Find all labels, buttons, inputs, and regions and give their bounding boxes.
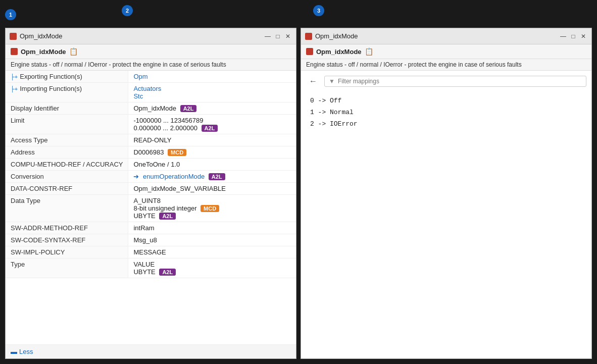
table-row: Type VALUE UBYTE A2L [6,258,296,278]
left-description: Engine status - off / normal / IOerror -… [6,59,296,71]
right-panel-titlebar: Opm_idxMode — □ ✕ [301,28,591,44]
prop-key: SW-IMPL-POLICY [6,246,128,258]
a2l-badge-type: A2L [159,269,176,276]
back-button[interactable]: ← [306,76,320,87]
left-header-title: Opm_idxMode [21,48,66,56]
table-row: Display Identifier Opm_idxMode A2L [6,102,296,115]
prop-value: Opm_idxMode_SW_VARIABLE [128,183,296,195]
mapping-item-1: 1 -> Normal [306,107,586,118]
left-panel-title: Opm_idxMode [20,32,262,40]
table-row: SW-ADDR-METHOD-REF intRam [6,222,296,234]
table-row: Conversion ➔ enumOperationMode A2L [6,171,296,183]
import-expand-icon: ├+ [11,86,18,92]
prop-value: MESSAGE [128,246,296,258]
table-row: COMPU-METHOD-REF / ACCURACY OneToOne / 1… [6,159,296,171]
properties-table: ├+ Exporting Function(s) Opm ├+ [6,71,296,278]
table-row: ├+ Exporting Function(s) Opm [6,71,296,83]
prop-key: Limit [6,115,128,134]
right-panel-icon [305,33,312,40]
less-label: Less [19,348,33,355]
right-description: Engine status - off / normal / IOerror -… [301,59,591,71]
right-close-button[interactable]: ✕ [579,32,587,40]
prop-key: SW-ADDR-METHOD-REF [6,222,128,234]
prop-key: COMPU-METHOD-REF / ACCURACY [6,159,128,171]
prop-value: READ-ONLY [128,134,296,146]
actuators-link[interactable]: Actuators [133,85,161,92]
enum-operation-link[interactable]: enumOperationMode [143,173,205,180]
step-badge-2: 2 [122,5,133,16]
prop-key: SW-CODE-SYNTAX-REF [6,234,128,246]
a2l-badge-conversion: A2L [209,173,225,180]
right-header-icon [306,48,313,55]
opm-link[interactable]: Opm [133,73,147,80]
prop-value: -1000000 ... 123456789 0.000000 ... 2.00… [128,115,296,134]
prop-value: Msg_u8 [128,234,296,246]
a2l-badge-datatype: A2L [159,213,176,220]
right-panel-content: ← ▼ 0 -> Off 1 -> Normal 2 -> IOError [301,71,591,358]
left-minimize-button[interactable]: — [264,32,272,40]
prop-key: Data Type [6,195,128,222]
table-row: SW-CODE-SYNTAX-REF Msg_u8 [6,234,296,246]
right-copy-icon[interactable]: 📋 [365,47,373,56]
table-row: DATA-CONSTR-REF Opm_idxMode_SW_VARIABLE [6,183,296,195]
prop-value: Opm [128,71,296,83]
table-row: Address D0006983 MCD [6,146,296,159]
right-panel: Opm_idxMode — □ ✕ Opm_idxMode 📋 Engine s… [301,28,592,359]
prop-value: ➔ enumOperationMode A2L [128,171,296,183]
prop-key: ├+ Exporting Function(s) [6,71,128,83]
stc-link[interactable]: Stc [133,92,143,100]
table-row: Limit -1000000 ... 123456789 0.000000 ..… [6,115,296,134]
mapping-item-0: 0 -> Off [306,95,586,107]
right-minimize-button[interactable]: — [559,32,567,40]
filter-icon: ▼ [329,78,335,85]
a2l-badge-limit: A2L [202,125,218,132]
step-badge-1: 1 [5,9,16,20]
step-badge-3: 3 [313,5,324,16]
prop-key: Display Identifier [6,102,128,115]
right-header-title: Opm_idxMode [316,48,362,56]
prop-value: Opm_idxMode A2L [128,102,296,115]
table-row: SW-IMPL-POLICY MESSAGE [6,246,296,258]
left-panel-icon [10,33,17,40]
left-copy-icon[interactable]: 📋 [69,47,78,56]
table-row: Data Type A_UINT8 8-bit unsigned integer… [6,195,296,222]
right-maximize-button[interactable]: □ [569,32,577,40]
a2l-badge: A2L [180,105,197,112]
left-maximize-button[interactable]: □ [274,32,282,40]
prop-key: DATA-CONSTR-REF [6,183,128,195]
prop-key: Address [6,146,128,159]
prop-value: intRam [128,222,296,234]
table-row: ├+ Importing Function(s) Actuators Stc [6,83,296,102]
left-panel-titlebar: Opm_idxMode — □ ✕ [6,28,296,44]
left-close-button[interactable]: ✕ [284,32,292,40]
mapping-item-2: 2 -> IOError [306,118,586,130]
prop-value: OneToOne / 1.0 [128,159,296,171]
mcd-badge-datatype: MCD [201,205,219,212]
left-panel-content: ├+ Exporting Function(s) Opm ├+ [6,71,296,344]
export-expand-icon: ├+ [11,74,18,80]
less-icon: ▬ [11,348,17,355]
left-panel-header: Opm_idxMode 📋 [6,44,296,59]
right-panel-header: Opm_idxMode 📋 [301,44,591,59]
table-row: Access Type READ-ONLY [6,134,296,146]
prop-key: Conversion [6,171,128,183]
prop-key: Access Type [6,134,128,146]
filter-input[interactable] [338,78,582,85]
prop-key: Type [6,258,128,278]
less-button[interactable]: ▬ Less [11,348,33,355]
prop-value: D0006983 MCD [128,146,296,159]
left-header-icon [11,48,18,55]
conversion-arrow-icon: ➔ [133,173,139,180]
right-panel-title: Opm_idxMode [315,32,557,40]
less-row: ▬ Less [6,344,296,358]
prop-value: A_UINT8 8-bit unsigned integer MCD UBYTE… [128,195,296,222]
left-panel: Opm_idxMode — □ ✕ Opm_idxMode 📋 Engine s… [5,28,296,359]
filter-input-wrapper: ▼ [324,76,586,87]
mapping-list: 0 -> Off 1 -> Normal 2 -> IOError [306,93,586,132]
prop-value: Actuators Stc [128,83,296,102]
prop-value: VALUE UBYTE A2L [128,258,296,278]
mcd-badge-address: MCD [168,149,186,156]
filter-bar: ← ▼ [306,76,586,87]
prop-key: ├+ Importing Function(s) [6,83,128,102]
